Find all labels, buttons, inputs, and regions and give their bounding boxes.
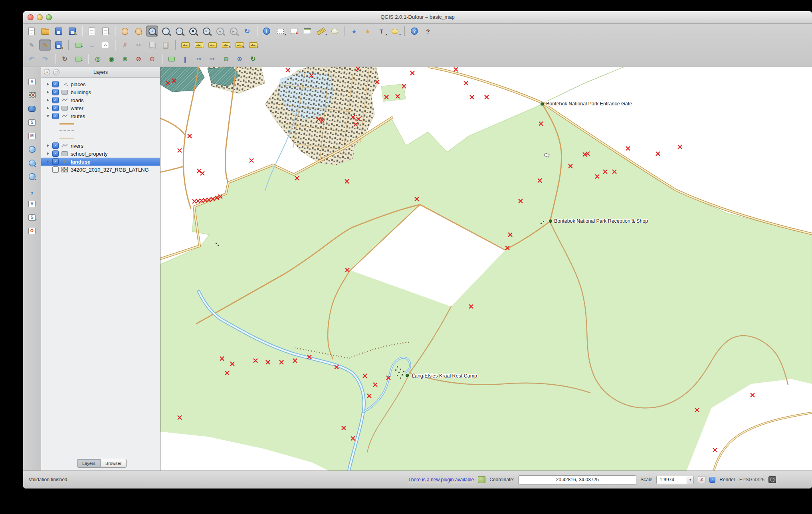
measure-button[interactable]: ▾ [315,26,327,37]
zoom-full-button[interactable]: □ [173,26,185,37]
split-parts-button[interactable]: ✂ [206,53,218,65]
pan-to-selection-button[interactable]: ★ [133,26,145,37]
annotation-button[interactable]: ▾ [389,26,401,37]
move-feature-button[interactable]: ↔ [86,40,98,51]
new-project-button[interactable] [26,26,38,37]
layer-checkbox[interactable]: ✓ [52,89,59,95]
zoom-out-button[interactable]: − [160,26,172,37]
layer-row-places[interactable]: ✓places [41,80,160,88]
cut-features-button[interactable]: ✂ [133,40,145,51]
delete-part-button[interactable]: ⊖ [146,53,158,65]
layer-row-buildings[interactable]: ✓buildings [41,88,160,96]
legend-symbol-row[interactable] [41,134,160,142]
layer-row-landuse[interactable]: ✓✎landuse [41,158,160,166]
whats-this-button[interactable]: ? [422,26,434,37]
zoom-to-selection-button[interactable]: ■ [187,26,199,37]
scale-combobox[interactable]: 1:9974 ▾ [656,476,694,484]
layer-checkbox[interactable] [52,166,59,173]
copy-features-button[interactable] [146,40,158,51]
node-tool-button[interactable]: ∴ [99,40,111,51]
layer-row-school_property[interactable]: ✓school_property [41,150,160,158]
add-wcs-layer-button[interactable]: C [26,158,38,168]
label-change-button[interactable]: abc✎ [234,40,246,51]
add-postgis-layer-button[interactable] [26,104,38,114]
save-project-button[interactable] [53,26,65,37]
chevron-right-icon[interactable] [46,99,50,102]
layer-row-rivers[interactable]: ✓rivers [41,142,160,150]
chevron-right-icon[interactable] [46,144,50,147]
undo-button[interactable]: ↶ [26,53,38,65]
layer-checkbox[interactable]: ✓ [52,97,59,103]
current-edits-button[interactable]: ✎ [26,40,38,51]
show-bookmarks-button[interactable]: ★ [362,26,374,37]
layer-row-3420C_2010_327_RGB_LATLNG[interactable]: 3420C_2010_327_RGB_LATLNG [41,166,160,174]
crs-status-icon[interactable] [768,476,776,483]
legend-symbol-row[interactable] [41,120,160,127]
legend-symbol-row[interactable] [41,127,160,134]
coordinate-input[interactable] [518,475,636,484]
save-layer-edits-button[interactable]: ✎ [53,40,65,51]
new-shapefile-layer-button[interactable]: V+ [26,199,38,209]
plugin-manager-icon[interactable] [478,476,485,483]
paste-features-button[interactable] [160,40,172,51]
label-properties-button[interactable]: abc≡ [247,40,259,51]
label-rotate-button[interactable]: abc↻ [220,40,232,51]
add-oracle-layer-button[interactable]: O [26,226,38,236]
delete-ring-button[interactable]: ⊘ [133,53,145,65]
open-attribute-table-button[interactable] [301,26,313,37]
new-plugin-link[interactable]: There is a new plugin available [408,477,474,482]
pan-map-button[interactable] [119,26,131,37]
chevron-right-icon[interactable] [46,83,50,86]
chevron-down-icon[interactable] [46,115,50,117]
new-spatialite-layer-button[interactable]: S+ [26,212,38,222]
split-features-button[interactable]: ✂ [193,53,205,65]
fill-ring-button[interactable]: ⊚ [119,53,131,65]
layer-checkbox[interactable]: ✓ [52,105,59,111]
add-vector-layer-button[interactable]: V [26,77,38,87]
new-bookmark-button[interactable]: ★ [348,26,360,37]
delete-selected-button[interactable]: ✗ [119,40,131,51]
add-wms-layer-button[interactable] [26,144,38,154]
deselect-features-button[interactable]: ✗ [288,26,300,37]
minimize-button[interactable] [37,14,43,20]
close-panel-icon[interactable]: × [44,69,50,75]
composer-manager-button[interactable]: ≡ [99,26,111,37]
tab-layers[interactable]: Layers [77,459,101,468]
add-mssql-layer-button[interactable]: M [26,131,38,141]
chevron-right-icon[interactable] [46,160,50,163]
layer-checkbox[interactable]: ✓ [52,158,59,165]
layer-row-roads[interactable]: ✓roads [41,96,160,104]
identify-features-button[interactable]: i [261,26,273,37]
offset-curve-button[interactable]: ∥ [179,53,191,65]
tab-browser[interactable]: Browser [101,459,127,468]
reshape-features-button[interactable]: → [166,53,178,65]
render-checkbox[interactable]: ✓ [709,477,715,483]
chevron-right-icon[interactable] [46,107,50,110]
rotate-point-symbols-button[interactable]: ↻ [247,53,259,65]
float-panel-icon[interactable]: ▢ [53,69,59,75]
stop-rendering-icon[interactable]: ✗ [698,476,705,483]
select-features-button[interactable]: ▾ [274,26,286,37]
add-spatialite-layer-button[interactable]: S [26,117,38,127]
map-tips-button[interactable] [329,26,341,37]
open-project-button[interactable] [39,26,51,37]
add-raster-layer-button[interactable] [26,90,38,100]
add-part-button[interactable]: ◉ [105,53,117,65]
add-delimited-text-layer-button[interactable]: , [26,185,38,195]
merge-attributes-button[interactable]: ⊕ [234,53,246,65]
close-button[interactable] [28,14,34,20]
new-print-composer-button[interactable]: + [86,26,98,37]
chevron-right-icon[interactable] [46,152,50,155]
label-move-button[interactable]: abc↔ [206,40,218,51]
add-ring-button[interactable]: ◎ [92,53,104,65]
label-add-button[interactable]: abc+ [193,40,205,51]
layer-row-routes[interactable]: ✓routes [41,112,160,120]
labeling-button[interactable]: abc [179,40,191,51]
zoom-last-button[interactable]: ◀ [214,26,226,37]
layer-checkbox[interactable]: ✓ [52,113,59,119]
chevron-down-icon[interactable]: ▾ [687,476,693,484]
add-wfs-layer-button[interactable]: F [26,172,38,182]
toggle-editing-button[interactable]: ✎ [39,40,51,51]
help-button[interactable]: ? [408,26,420,37]
zoom-in-button[interactable]: + [146,26,158,37]
